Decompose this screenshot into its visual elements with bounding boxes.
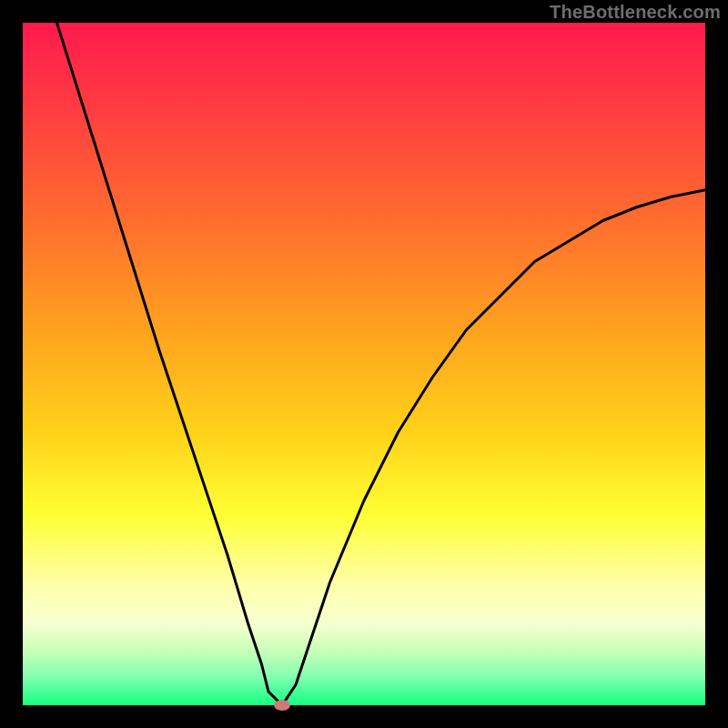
vertex-marker (274, 700, 290, 711)
chart-frame: TheBottleneck.com (0, 0, 728, 728)
bottleneck-curve (23, 23, 705, 705)
plot-area (23, 23, 705, 705)
watermark-text: TheBottleneck.com (550, 2, 721, 23)
